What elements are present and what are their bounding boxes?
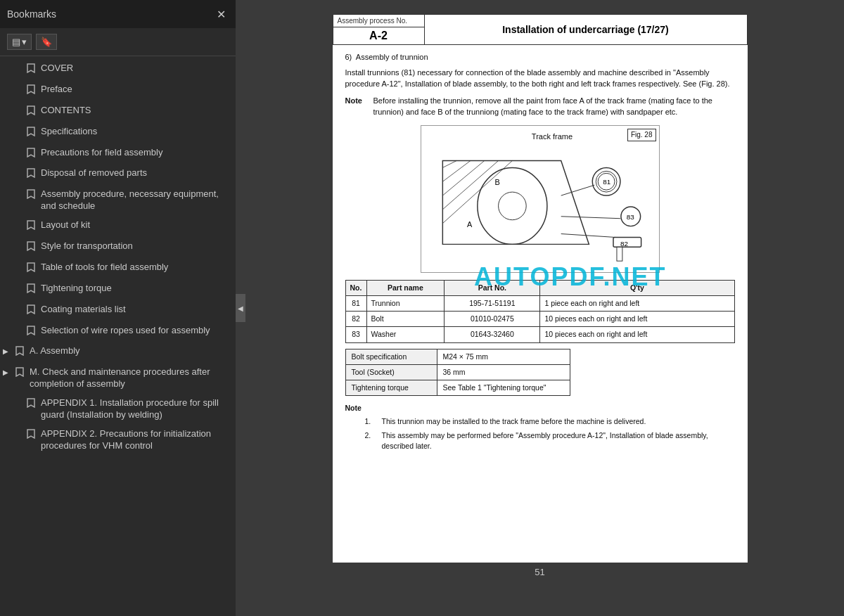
bookmark-add-button[interactable]: 🔖: [36, 34, 57, 50]
sidebar-header: Bookmarks ✕: [0, 0, 236, 28]
page-document: Assembly process No. Installation of und…: [333, 14, 748, 563]
cell-part-no: 01643-32460: [445, 327, 540, 342]
parts-table: No. Part name Part No. Q'ty 81 Trunnion …: [345, 280, 735, 343]
cell-part-no: 01010-02475: [445, 312, 540, 327]
cell-no: 81: [345, 295, 366, 311]
note-item: 1. This trunnion may be installed to the…: [345, 416, 735, 427]
svg-line-17: [442, 160, 456, 167]
sidebar-title: Bookmarks: [7, 8, 56, 20]
page-number: 51: [530, 563, 549, 582]
bookmark-page-icon: [27, 283, 37, 297]
diagram-svg: A B 81 83 82: [421, 126, 659, 272]
note-text: Before installing the trunnion, remove a…: [373, 96, 735, 118]
bookmark-item-preface[interactable]: Preface: [0, 80, 236, 101]
sidebar-collapse-button[interactable]: ◀: [236, 294, 245, 322]
bookmark-item-appendix2[interactable]: APPENDIX 2. Precautions for initializati…: [0, 425, 236, 456]
bookmark-item-specifications[interactable]: Specifications: [0, 122, 236, 143]
bookmark-label: Assembly procedure, necessary equipment,…: [41, 188, 230, 212]
bookmark-page-icon: [27, 429, 37, 442]
sidebar-toolbar: ▤ ▾ 🔖: [0, 28, 236, 56]
bookmark-item-contents[interactable]: CONTENTS: [0, 101, 236, 122]
bookmark-item-disposal[interactable]: Disposal of removed parts: [0, 164, 236, 185]
bookmark-label: Specifications: [41, 126, 230, 138]
bookmark-page-icon: [27, 220, 37, 233]
spec-row: Tool (Socket) 36 mm: [345, 364, 570, 380]
svg-text:83: 83: [626, 212, 634, 220]
expand-arrow-icon: ▶: [3, 347, 11, 356]
bookmark-page-icon: [27, 63, 37, 77]
note-label: Note: [345, 96, 368, 118]
bookmark-label: Precautions for field assembly: [41, 147, 230, 159]
table-row: 83 Washer 01643-32460 10 pieces each on …: [345, 327, 734, 342]
bookmark-label: CONTENTS: [41, 105, 230, 117]
bookmark-item-layout[interactable]: Layout of kit: [0, 216, 236, 237]
sidebar-close-button[interactable]: ✕: [214, 8, 229, 21]
bookmark-item-style-transport[interactable]: Style for transportation: [0, 237, 236, 258]
spec-value: M24 × 75 mm: [437, 349, 570, 364]
bookmark-item-tightening[interactable]: Tightening torque: [0, 279, 236, 300]
assembly-number: A-2: [333, 27, 424, 45]
col-part-name: Part name: [366, 280, 445, 295]
svg-text:B: B: [494, 178, 499, 186]
notes-section: Note 1. This trunnion may be installed t…: [345, 403, 735, 451]
bookmark-page-icon: [27, 148, 37, 161]
bookmark-label: Selection of wire ropes used for assembl…: [41, 325, 230, 337]
bookmark-list: COVER Preface CONTENTS Specifications Pr…: [0, 56, 236, 616]
cell-no: 83: [345, 327, 366, 342]
cell-qty: 10 pieces each on right and left: [540, 327, 734, 342]
bookmark-page-icon: [27, 168, 37, 181]
spec-table: Bolt specification M24 × 75 mm Tool (Soc…: [345, 349, 570, 397]
bookmark-page-icon: [15, 346, 25, 359]
bookmark-page-icon: [27, 189, 37, 203]
spec-label: Tool (Socket): [345, 364, 437, 380]
bookmark-page-icon: [27, 398, 37, 411]
svg-point-2: [498, 192, 526, 220]
svg-line-15: [561, 216, 620, 218]
bookmark-label: Layout of kit: [41, 219, 230, 231]
bookmark-item-m-check[interactable]: ▶ M. Check and maintenance procedures af…: [0, 363, 236, 394]
bookmark-page-icon: [27, 127, 37, 140]
note-content: This trunnion may be installed to the tr…: [382, 416, 646, 427]
spec-value: 36 mm: [437, 364, 570, 380]
fig-label: Fig. 28: [627, 129, 656, 142]
bookmark-item-coating[interactable]: Coating materials list: [0, 300, 236, 321]
bookmark-page-icon: [27, 262, 37, 276]
svg-line-18: [442, 160, 471, 181]
cell-name: Bolt: [366, 312, 445, 327]
bookmark-item-precautions[interactable]: Precautions for field assembly: [0, 143, 236, 165]
bookmark-item-assembly-proc[interactable]: Assembly procedure, necessary equipment,…: [0, 185, 236, 216]
assembly-header-table: Assembly process No. Installation of und…: [333, 14, 748, 45]
track-frame-label: Track frame: [532, 131, 573, 143]
svg-line-16: [561, 233, 615, 237]
main-content: AUTOPDF.NET Assembly process No. Install…: [236, 0, 844, 616]
bookmark-icon: 🔖: [41, 37, 52, 47]
note-number: 2.: [365, 430, 376, 451]
bookmark-item-cover[interactable]: COVER: [0, 59, 236, 80]
bookmark-item-appendix1[interactable]: APPENDIX 1. Installation procedure for s…: [0, 394, 236, 425]
cell-no: 82: [345, 312, 366, 327]
bookmark-item-a-assembly[interactable]: ▶ A. Assembly: [0, 342, 236, 363]
spec-label: Bolt specification: [345, 349, 437, 364]
bookmark-label: APPENDIX 2. Precautions for initializati…: [41, 428, 230, 452]
table-row: 81 Trunnion 195-71-51191 1 piece each on…: [345, 295, 734, 311]
section-title: Assembly of trunnion: [356, 53, 428, 61]
sidebar: Bookmarks ✕ ▤ ▾ 🔖 COVER Preface CONTENTS…: [0, 0, 236, 616]
svg-line-21: [442, 160, 512, 223]
bookmark-label: Disposal of removed parts: [41, 167, 230, 179]
assembly-process-label: Assembly process No.: [333, 15, 424, 27]
cell-qty: 1 piece each on right and left: [540, 295, 734, 311]
spec-label: Tightening torque: [345, 380, 437, 396]
bookmark-item-table-tools[interactable]: Table of tools for field assembly: [0, 258, 236, 279]
table-row: 82 Bolt 01010-02475 10 pieces each on ri…: [345, 312, 734, 327]
cell-qty: 10 pieces each on right and left: [540, 312, 734, 327]
bookmark-item-wire-ropes[interactable]: Selection of wire ropes used for assembl…: [0, 321, 236, 342]
bookmark-label: M. Check and maintenance procedures afte…: [30, 366, 230, 390]
bookmark-view-button[interactable]: ▤ ▾: [7, 34, 32, 50]
bookmark-page-icon: [27, 326, 37, 339]
col-part-no: Part No.: [445, 280, 540, 295]
bookmark-page-icon: [27, 304, 37, 318]
svg-text:81: 81: [603, 178, 611, 186]
col-no: No.: [345, 280, 366, 295]
bookmark-label: Style for transportation: [41, 240, 230, 252]
svg-line-20: [442, 160, 498, 209]
